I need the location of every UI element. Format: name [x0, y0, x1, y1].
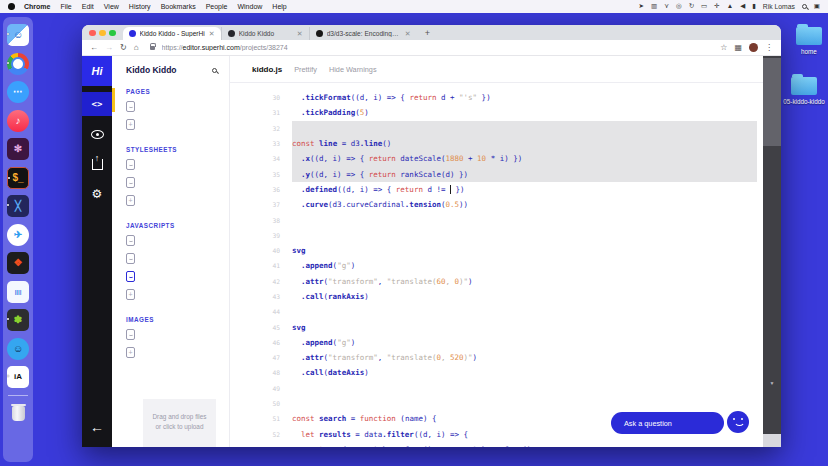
forward-icon[interactable]: → [105, 44, 113, 52]
sidebar-item-kiddo-logo-svg[interactable] [112, 325, 229, 343]
plus-icon[interactable]: ✛ [714, 3, 719, 10]
desktop-folder-home[interactable]: home [783, 27, 828, 55]
dock-item-music[interactable]: ♪ [7, 110, 29, 132]
back-icon[interactable]: ← [90, 44, 98, 52]
dock-item-intercom[interactable]: |||| [7, 281, 29, 303]
code-line[interactable]: 45svg [230, 319, 763, 334]
sidebar-item-index-html[interactable] [112, 97, 229, 115]
dock-item-ia-writer[interactable]: iA [7, 366, 29, 388]
menu-item-history[interactable]: History [129, 3, 151, 10]
dock-item-trash[interactable] [7, 402, 29, 424]
rail-preview-tab[interactable] [82, 122, 112, 146]
dock-item-bird-app[interactable]: ☺ [7, 338, 29, 360]
code-line[interactable]: 41.append("g") [230, 258, 763, 273]
sidebar-item-d3-min-js[interactable] [112, 231, 229, 249]
sidebar-item-add-script[interactable]: + [112, 285, 229, 303]
code-area[interactable]: 30.tickFormat((d, i) => { return d + "'s… [230, 83, 763, 447]
bookmark-star-icon[interactable]: ☆ [720, 44, 727, 52]
spotlight-search-icon[interactable] [802, 4, 807, 9]
screen-share-icon[interactable]: ▭ [701, 3, 707, 10]
help-smiley-button[interactable] [727, 411, 749, 433]
sidebar-item-base-css[interactable] [112, 155, 229, 173]
browser-tab-1[interactable]: Kiddo Kiddo - SuperHi✕ [123, 27, 221, 40]
code-line[interactable]: 30.tickFormat((d, i) => { return d + "'s… [230, 90, 763, 105]
menu-item-people[interactable]: People [206, 3, 228, 10]
menu-user-name[interactable]: Rik Lomas [763, 3, 795, 10]
zoom-window-button[interactable] [109, 30, 116, 37]
search-icon[interactable] [212, 68, 217, 73]
address-field[interactable]: https://editor.superhi.com/projects/3827… [162, 44, 714, 51]
padlock-icon[interactable] [150, 46, 155, 50]
superhi-logo[interactable]: Hi [82, 56, 112, 86]
dock-item-code-app[interactable]: ╳ [7, 195, 29, 217]
dock-item-airmail[interactable]: ✈ [7, 224, 29, 246]
code-line[interactable]: 31.tickPadding(5) [230, 105, 763, 120]
sidebar-item-kiddo-js[interactable] [112, 267, 229, 285]
upload-dropzone[interactable]: Drag and drop files or click to upload [143, 399, 216, 447]
display-icon[interactable]: ▥ [651, 3, 657, 10]
back-arrow-button[interactable]: ← [82, 419, 112, 435]
wifi-icon[interactable]: ▲ [727, 3, 733, 10]
menu-item-window[interactable]: Window [237, 3, 262, 10]
code-line[interactable]: 50 [230, 396, 763, 411]
code-line[interactable]: 44 [230, 304, 763, 319]
code-line[interactable]: 40svg [230, 243, 763, 258]
code-line[interactable]: 39 [230, 228, 763, 243]
rail-code-tab[interactable]: <> [82, 92, 112, 116]
code-line[interactable]: 48.call(dateAxis) [230, 365, 763, 380]
code-line[interactable]: 49 [230, 381, 763, 396]
dock-item-audio-app[interactable]: ✽ [7, 309, 29, 331]
scrollbar-down-arrow[interactable]: ▼ [763, 380, 781, 386]
code-line[interactable]: 35.y((d, i) => { return rankScale(d) }) [230, 166, 763, 181]
code-line[interactable]: 47.attr("transform", "translate(0, 520)"… [230, 350, 763, 365]
sidebar-item-style-css[interactable] [112, 173, 229, 191]
browser-tab-2[interactable]: Kiddo Kiddo✕ [221, 27, 309, 40]
code-line[interactable]: 43.call(rankAxis) [230, 289, 763, 304]
browser-tab-3[interactable]: d3/d3-scale: Encodings that…✕ [309, 27, 417, 40]
browser-menu-icon[interactable]: ⋮ [765, 44, 773, 52]
code-line[interactable]: 38 [230, 212, 763, 227]
volume-icon[interactable]: ◀ [740, 3, 745, 10]
menu-item-file[interactable]: File [60, 3, 71, 10]
rail-share-tab[interactable]: ↑ [82, 152, 112, 176]
code-line[interactable]: 37.curve(d3.curveCardinal.tension(0.5)) [230, 197, 763, 212]
tab-close-icon[interactable]: ✕ [209, 30, 215, 38]
code-line[interactable]: 33const line = d3.line() [230, 136, 763, 151]
page-scrollbar[interactable]: ▼ [763, 56, 781, 447]
control-center-icon[interactable]: ▣ [814, 3, 820, 10]
rail-settings-tab[interactable]: ⚙ [82, 182, 112, 206]
new-tab-button[interactable]: + [417, 28, 438, 40]
record-icon[interactable]: ◎ [676, 3, 682, 10]
menu-item-chrome[interactable]: Chrome [24, 3, 50, 10]
dock-item-finder[interactable]: ☺ [7, 24, 29, 46]
code-line[interactable]: 42.attr("transform", "translate(60, 0)") [230, 274, 763, 289]
tab-close-icon[interactable]: ✕ [297, 30, 303, 38]
sidebar-item-upload-images[interactable]: + [112, 343, 229, 361]
menu-item-bookmarks[interactable]: Bookmarks [161, 3, 196, 10]
code-line[interactable]: 34.x((d, i) => { return dateScale(1880 +… [230, 151, 763, 166]
sync-icon[interactable]: ↻ [689, 3, 694, 10]
minimize-window-button[interactable] [99, 30, 106, 37]
menu-item-edit[interactable]: Edit [82, 3, 94, 10]
sidebar-item-data-min-js[interactable] [112, 249, 229, 267]
battery-icon[interactable]: ▮ [752, 3, 756, 10]
tab-close-icon[interactable]: ✕ [405, 30, 411, 38]
code-line[interactable]: 32 [230, 121, 763, 136]
location-arrow-icon[interactable]: ➤ [639, 3, 644, 10]
dock-item-figma[interactable]: ❖ [7, 252, 29, 274]
hide-warnings-button[interactable]: Hide Warnings [329, 65, 377, 74]
scrollbar-thumb[interactable] [763, 58, 781, 146]
reload-icon[interactable]: ↻ [120, 44, 127, 52]
code-line[interactable]: 46.append("g") [230, 335, 763, 350]
dock-item-slack[interactable]: ✻ [7, 138, 29, 160]
prettify-button[interactable]: Prettify [294, 65, 317, 74]
ask-a-question-button[interactable]: Ask a question [611, 412, 724, 434]
dock-item-chrome[interactable] [7, 53, 29, 75]
extensions-icon[interactable]: ▦ [734, 44, 742, 52]
sidebar-item-add-page[interactable]: + [112, 115, 229, 133]
dropbox-icon[interactable]: ⋎ [664, 3, 669, 10]
sidebar-item-add-stylesheet[interactable]: + [112, 191, 229, 209]
profile-avatar[interactable] [749, 43, 758, 52]
home-icon[interactable]: ⌂ [134, 44, 139, 52]
dock-item-messages[interactable]: ⋯ [7, 81, 29, 103]
